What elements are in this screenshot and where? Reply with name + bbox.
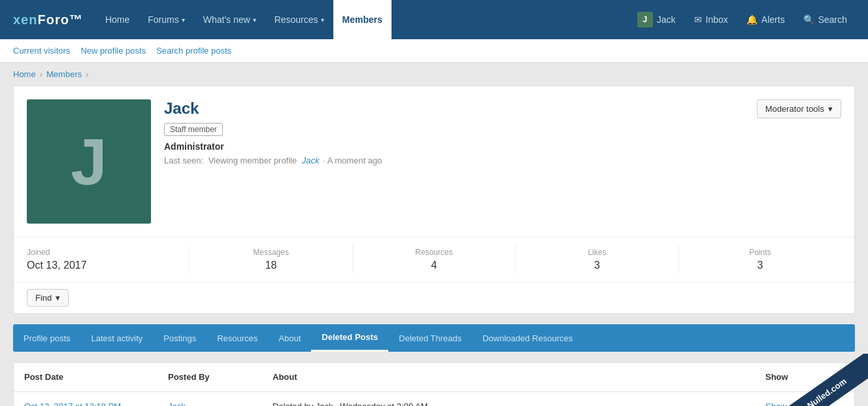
username-label: Jack bbox=[657, 14, 676, 25]
posted-by[interactable]: Jack bbox=[168, 401, 273, 406]
find-button[interactable]: Find ▾ bbox=[27, 289, 69, 307]
user-menu[interactable]: J Jack bbox=[629, 8, 684, 31]
bell-icon: 🔔 bbox=[746, 14, 758, 25]
avatar-letter: J bbox=[71, 129, 107, 194]
last-seen-suffix: · A moment ago bbox=[323, 156, 382, 165]
find-label: Find bbox=[35, 293, 52, 303]
inbox-icon: ✉ bbox=[694, 14, 702, 25]
search-label: Search bbox=[818, 14, 847, 25]
breadcrumb: Home › Members › bbox=[0, 63, 868, 86]
search-button[interactable]: 🔍 Search bbox=[795, 10, 855, 29]
staff-badge: Staff member bbox=[164, 123, 223, 136]
points-label: Points bbox=[679, 248, 841, 257]
nav-whats-new[interactable]: What's new ▾ bbox=[194, 0, 265, 39]
tab-downloaded-resources[interactable]: Downloaded Resources bbox=[472, 326, 583, 351]
last-seen-link[interactable]: Jack bbox=[302, 156, 320, 165]
forums-chevron-icon: ▾ bbox=[182, 16, 185, 24]
logo: xenForo™ bbox=[13, 12, 83, 27]
col-post-date: Post Date bbox=[24, 372, 168, 382]
post-date: Oct 13, 2017 at 12:18 PM bbox=[24, 401, 168, 406]
find-chevron-icon: ▾ bbox=[56, 293, 60, 303]
points-value: 3 bbox=[679, 260, 841, 271]
profile-name: Jack bbox=[164, 99, 841, 118]
profile-last-seen: Last seen: Viewing member profile Jack ·… bbox=[164, 156, 841, 165]
profile-header: J Jack Staff member Administrator Last s… bbox=[14, 86, 854, 237]
tab-profile-posts[interactable]: Profile posts bbox=[13, 326, 81, 351]
nav-home[interactable]: Home bbox=[96, 0, 139, 39]
joined-label: Joined bbox=[27, 248, 189, 257]
table-header: Post Date Posted By About Show bbox=[14, 363, 854, 392]
alerts-label: Alerts bbox=[761, 14, 785, 25]
alerts-button[interactable]: 🔔 Alerts bbox=[739, 10, 793, 29]
stat-points: Points 3 bbox=[679, 245, 841, 274]
likes-label: Likes bbox=[516, 248, 678, 257]
nav-links: Home Forums ▾ What's new ▾ Resources ▾ M… bbox=[96, 0, 629, 39]
resources-chevron-icon: ▾ bbox=[321, 16, 324, 24]
messages-value: 18 bbox=[190, 260, 352, 271]
last-seen-text: Viewing member profile bbox=[209, 156, 297, 165]
profile-tabs: Profile posts Latest activity Postings R… bbox=[13, 324, 855, 352]
stat-likes: Likes 3 bbox=[516, 245, 678, 274]
breadcrumb-home[interactable]: Home bbox=[13, 69, 36, 79]
resources-label: Resources bbox=[353, 248, 515, 257]
stat-messages: Messages 18 bbox=[190, 245, 352, 274]
last-seen-prefix: Last seen: bbox=[164, 156, 203, 165]
breadcrumb-sep-2: › bbox=[86, 69, 88, 79]
stat-resources: Resources 4 bbox=[353, 245, 516, 274]
tab-resources[interactable]: Resources bbox=[207, 326, 268, 351]
tab-deleted-posts[interactable]: Deleted Posts bbox=[311, 324, 388, 352]
top-navigation: xenForo™ Home Forums ▾ What's new ▾ Reso… bbox=[0, 0, 868, 39]
col-show: Show bbox=[765, 372, 844, 382]
about-text: Deleted by Jack · Wednesday at 3:00 AM bbox=[273, 401, 765, 406]
tab-deleted-threads[interactable]: Deleted Threads bbox=[388, 326, 472, 351]
moderator-tools-button[interactable]: Moderator tools ▾ bbox=[757, 99, 841, 118]
search-profile-posts-link[interactable]: Search profile posts bbox=[156, 46, 231, 56]
profile-actions: Find ▾ bbox=[14, 282, 854, 313]
profile-info: Jack Staff member Administrator Last see… bbox=[164, 99, 841, 224]
col-posted-by: Posted By bbox=[168, 372, 273, 382]
current-visitors-link[interactable]: Current visitors bbox=[13, 46, 70, 56]
avatar: J bbox=[637, 12, 653, 27]
messages-label: Messages bbox=[190, 248, 352, 257]
tab-latest-activity[interactable]: Latest activity bbox=[81, 326, 154, 351]
breadcrumb-sep-1: › bbox=[40, 69, 42, 79]
new-profile-posts-link[interactable]: New profile posts bbox=[80, 46, 146, 56]
profile-card: J Jack Staff member Administrator Last s… bbox=[13, 86, 855, 314]
logo-part1: xen bbox=[13, 12, 37, 27]
inbox-label: Inbox bbox=[706, 14, 728, 25]
col-about: About bbox=[273, 372, 765, 382]
joined-value: Oct 13, 2017 bbox=[27, 260, 189, 271]
tab-postings[interactable]: Postings bbox=[153, 326, 207, 351]
show-link[interactable]: Show... bbox=[765, 401, 793, 406]
nav-resources[interactable]: Resources ▾ bbox=[265, 0, 333, 39]
deleted-posts-table: Post Date Posted By About Show Oct 13, 2… bbox=[13, 362, 855, 406]
tab-about[interactable]: About bbox=[268, 326, 311, 351]
nav-forums[interactable]: Forums ▾ bbox=[139, 0, 193, 39]
logo-part2: Foro™ bbox=[37, 12, 82, 27]
profile-stats: Joined Oct 13, 2017 Messages 18 Resource… bbox=[14, 237, 854, 282]
inbox-button[interactable]: ✉ Inbox bbox=[686, 10, 736, 29]
nav-right: J Jack ✉ Inbox 🔔 Alerts 🔍 Search bbox=[629, 8, 855, 31]
table-row: Oct 13, 2017 at 12:18 PM Jack Deleted by… bbox=[14, 392, 854, 406]
search-icon: 🔍 bbox=[803, 14, 814, 25]
moderator-tools-label: Moderator tools bbox=[765, 104, 824, 114]
profile-avatar: J bbox=[27, 99, 151, 224]
likes-value: 3 bbox=[516, 260, 678, 271]
profile-role: Administrator bbox=[164, 141, 841, 152]
moderator-tools-chevron-icon: ▾ bbox=[828, 104, 833, 114]
resources-value: 4 bbox=[353, 260, 515, 271]
sub-navigation: Current visitors New profile posts Searc… bbox=[0, 39, 868, 63]
nav-members[interactable]: Members bbox=[333, 0, 392, 39]
stat-joined: Joined Oct 13, 2017 bbox=[27, 245, 190, 274]
breadcrumb-members[interactable]: Members bbox=[46, 69, 82, 79]
whats-new-chevron-icon: ▾ bbox=[253, 16, 256, 24]
